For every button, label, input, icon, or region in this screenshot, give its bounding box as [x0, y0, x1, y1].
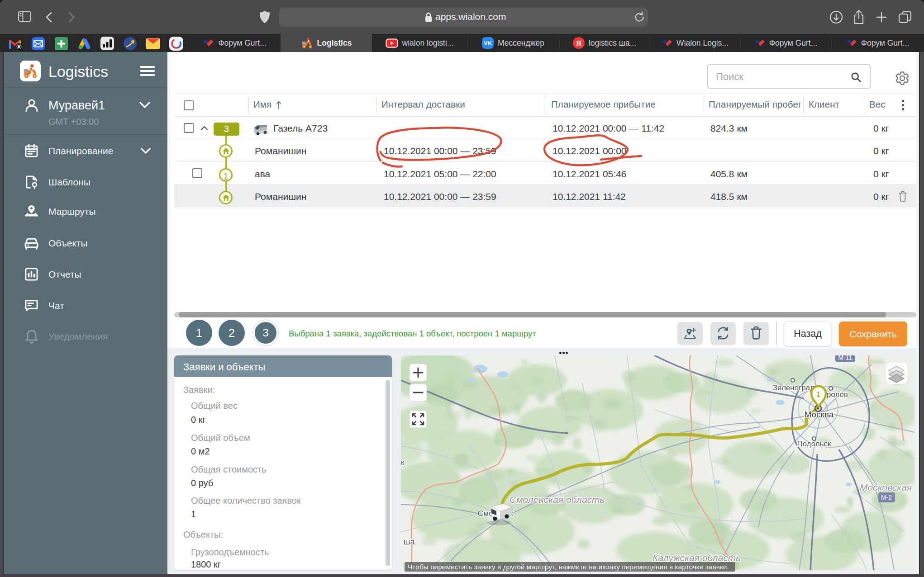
svg-text:М-11: М-11 [838, 355, 853, 361]
svg-text:ролёв: ролёв [827, 390, 848, 399]
svg-text:Москва: Москва [805, 410, 834, 419]
svg-text:ша: ша [404, 537, 415, 546]
svg-text:М-2: М-2 [881, 494, 892, 501]
svg-text:Я: Я [576, 39, 581, 47]
svg-text:Московская обл: Московская обл [860, 482, 914, 492]
svg-text:VK: VK [484, 40, 492, 47]
svg-text:1: 1 [816, 390, 820, 399]
svg-text:Подольск: Подольск [797, 440, 831, 448]
svg-text:к: к [401, 458, 405, 467]
svg-text:Калужская область: Калужская область [653, 553, 741, 563]
svg-text:Смоленская область: Смоленская область [510, 494, 605, 505]
svg-text:Зеленоград: Зеленоград [773, 383, 814, 392]
